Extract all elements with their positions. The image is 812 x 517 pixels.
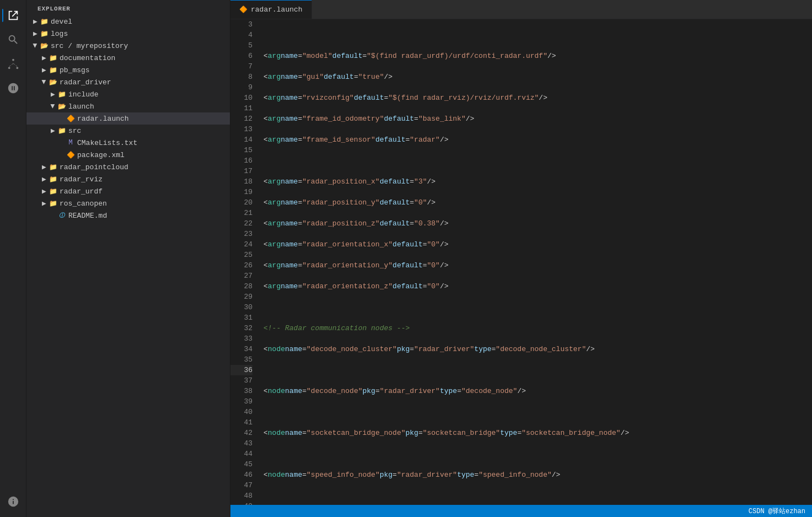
tree-item-readme[interactable]: ▶ ⓘ README.md [26, 209, 230, 222]
tree-item-documentation[interactable]: ▶ 📁 documentation [26, 52, 230, 64]
readme-icon: ⓘ [57, 211, 66, 220]
code-line-16 [264, 302, 812, 313]
file-tree: ▶ 📁 devel ▶ 📁 logs ▶ 📂 src / myrepositor… [26, 15, 230, 517]
label-radar-driver: radar_driver [60, 78, 225, 87]
folder-icon-src: 📂 [40, 41, 49, 50]
label-radar-launch: radar.launch [77, 115, 225, 123]
label-radar-urdf: radar_urdf [60, 187, 225, 196]
tab-file-icon: 🔶 [239, 6, 248, 14]
tree-item-ros-canopen[interactable]: ▶ 📁 ros_canopen [26, 197, 230, 209]
debug-icon[interactable] [2, 77, 24, 99]
arrow-radar-pointcloud: ▶ [40, 163, 49, 171]
label-readme: README.md [68, 212, 225, 220]
tree-item-src-myrepo[interactable]: ▶ 📂 src / myrepository [26, 40, 230, 52]
tree-item-devel[interactable]: ▶ 📁 devel [26, 15, 230, 28]
folder-icon-logs: 📁 [40, 29, 49, 38]
arrow-src: ▶ [31, 41, 40, 50]
code-line-24: <node name="speed_info_node" pkg="radar_… [264, 470, 812, 480]
activity-bar [0, 0, 26, 517]
code-line-21 [264, 407, 812, 417]
code-container: 3 4 5 6 7 8 9 10 11 12 13 14 15 16 17 18… [230, 19, 812, 505]
status-bar: CSDN @驿站ezhan [230, 505, 812, 517]
sidebar: EXPLORER ▶ 📁 devel ▶ 📁 logs ▶ 📂 src / my… [26, 0, 230, 517]
arrow-include: ▶ [49, 90, 57, 99]
code-line-4: <arg name="model" default="$(find radar_… [264, 51, 812, 61]
tree-item-pb-msgs[interactable]: ▶ 📁 pb_msgs [26, 64, 230, 76]
label-launch: launch [68, 103, 225, 111]
code-editor[interactable]: <arg name="model" default="$(find radar_… [258, 19, 812, 505]
tree-item-package[interactable]: ▶ 🔶 package.xml [26, 149, 230, 161]
code-line-12: <arg name="radar_position_z" default="0.… [264, 218, 812, 229]
label-src-myrepo: src / myrepository [51, 42, 225, 50]
tree-item-cmake[interactable]: ▶ M CMakeLists.txt [26, 137, 230, 149]
git-icon[interactable] [2, 53, 24, 75]
arrow-documentation: ▶ [40, 53, 49, 62]
code-line-15: <arg name="radar_orientation_z" default=… [264, 281, 812, 292]
code-line-7: <arg name="frame_id_odometry" default="b… [264, 114, 812, 124]
code-line-25 [264, 491, 812, 501]
code-line-19 [264, 365, 812, 375]
tree-item-logs[interactable]: ▶ 📁 logs [26, 28, 230, 40]
code-line-3 [264, 30, 812, 40]
arrow-ros-canopen: ▶ [40, 199, 49, 208]
folder-icon-include: 📁 [57, 90, 66, 99]
folder-icon-documentation: 📁 [49, 53, 57, 62]
tree-item-radar-launch[interactable]: ▶ 🔶 radar.launch [26, 112, 230, 125]
watermark-text: CSDN @驿站ezhan [749, 507, 805, 516]
label-radar-rviz: radar_rviz [60, 175, 225, 184]
label-include: include [68, 90, 225, 99]
arrow-radar-urdf: ▶ [40, 187, 49, 196]
folder-icon-radar-rviz: 📁 [49, 175, 57, 184]
code-line-11: <arg name="radar_position_y" default="0"… [264, 197, 812, 208]
arrow-launch: ▶ [49, 102, 57, 111]
svg-point-1 [8, 67, 10, 69]
code-line-17: <!-- Radar communication nodes --> [264, 323, 812, 333]
folder-icon-launch: 📂 [57, 102, 66, 111]
arrow-devel: ▶ [31, 17, 40, 26]
cmake-icon: M [66, 138, 75, 147]
label-pb-msgs: pb_msgs [60, 66, 225, 74]
folder-icon-radar-pointcloud: 📁 [49, 163, 57, 171]
arrow-src2: ▶ [49, 126, 57, 135]
label-devel: devel [51, 18, 225, 26]
tree-item-include[interactable]: ▶ 📁 include [26, 88, 230, 100]
tree-item-radar-pointcloud[interactable]: ▶ 📁 radar_pointcloud [26, 161, 230, 173]
folder-icon-pb-msgs: 📁 [49, 66, 57, 74]
arrow-radar-rviz: ▶ [40, 175, 49, 184]
label-ros-canopen: ros_canopen [60, 200, 225, 208]
label-documentation: documentation [60, 54, 225, 62]
editor-tabs: 🔶 radar.launch [230, 0, 812, 19]
arrow-pb-msgs: ▶ [40, 66, 49, 74]
folder-icon-devel: 📁 [40, 17, 49, 26]
launch-file-icon: 🔶 [66, 114, 75, 123]
tree-item-launch[interactable]: ▶ 📂 launch [26, 100, 230, 112]
search-icon[interactable] [2, 29, 24, 51]
folder-icon-radar-driver: 📂 [49, 78, 57, 87]
folder-icon-ros-canopen: 📁 [49, 199, 57, 208]
arrow-logs: ▶ [31, 29, 40, 38]
folder-icon-radar-urdf: 📁 [49, 187, 57, 196]
sidebar-title: EXPLORER [26, 0, 230, 15]
code-line-10: <arg name="radar_position_x" default="3"… [264, 176, 812, 187]
editor-area: 🔶 radar.launch 3 4 5 6 7 8 9 10 11 12 13… [230, 0, 812, 517]
code-line-23 [264, 449, 812, 459]
tab-label: radar.launch [251, 6, 303, 14]
tree-item-src2[interactable]: ▶ 📁 src [26, 125, 230, 137]
tree-item-radar-rviz[interactable]: ▶ 📁 radar_rviz [26, 173, 230, 185]
code-line-8: <arg name="frame_id_sensor" default="rad… [264, 134, 812, 145]
code-line-5: <arg name="gui" default="true" /> [264, 72, 812, 82]
explorer-icon[interactable] [2, 4, 24, 26]
extensions-icon[interactable] [2, 491, 24, 513]
label-cmake: CMakeLists.txt [77, 139, 225, 147]
tab-radar-launch[interactable]: 🔶 radar.launch [230, 0, 312, 19]
tree-item-radar-urdf[interactable]: ▶ 📁 radar_urdf [26, 185, 230, 197]
label-radar-pointcloud: radar_pointcloud [60, 163, 225, 171]
tree-item-radar-driver[interactable]: ▶ 📂 radar_driver [26, 76, 230, 88]
label-src2: src [68, 127, 225, 135]
code-line-20: <node name="decode_node" pkg="radar_driv… [264, 386, 812, 396]
code-line-6: <arg name="rvizconfig" default="$(find r… [264, 93, 812, 103]
line-numbers: 3 4 5 6 7 8 9 10 11 12 13 14 15 16 17 18… [230, 19, 258, 505]
label-package: package.xml [77, 151, 225, 159]
code-line-13: <arg name="radar_orientation_x" default=… [264, 239, 812, 250]
code-line-18: <node name="decode_node_cluster" pkg="ra… [264, 344, 812, 354]
